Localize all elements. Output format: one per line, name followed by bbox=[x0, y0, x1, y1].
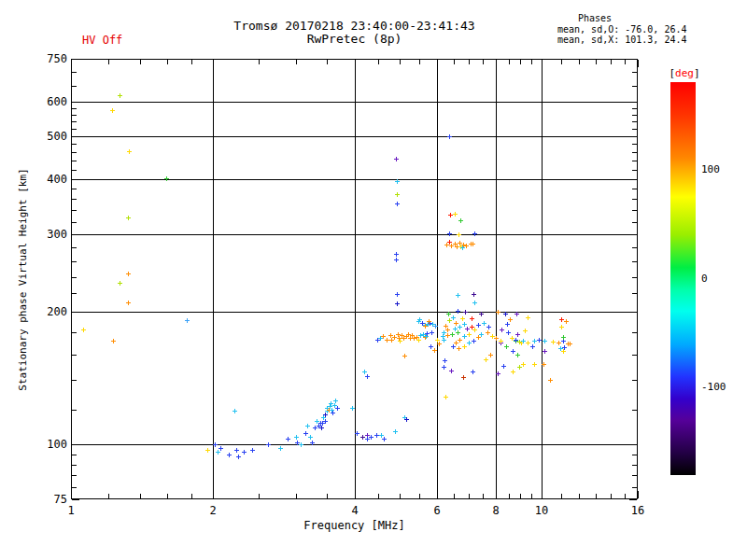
data-point bbox=[488, 353, 493, 357]
y-tick-label: 200 bbox=[34, 305, 67, 318]
data-point bbox=[532, 362, 537, 367]
x-tick-label: 8 bbox=[482, 504, 510, 517]
x-tick bbox=[167, 60, 168, 64]
gridline-x bbox=[437, 60, 438, 498]
data-point bbox=[395, 179, 400, 184]
y-tick bbox=[72, 355, 77, 356]
x-tick bbox=[378, 60, 379, 64]
x-tick bbox=[213, 60, 214, 67]
data-point bbox=[451, 315, 456, 320]
x-tick bbox=[71, 60, 72, 67]
data-point bbox=[294, 435, 299, 440]
x-tick bbox=[296, 60, 297, 64]
data-point bbox=[470, 316, 474, 321]
x-tick bbox=[611, 60, 612, 64]
y-tick bbox=[632, 72, 637, 73]
y-tick bbox=[632, 121, 637, 122]
x-tick bbox=[140, 494, 141, 498]
data-point bbox=[236, 455, 241, 459]
data-point bbox=[484, 357, 488, 362]
data-point bbox=[333, 399, 338, 403]
data-point bbox=[395, 292, 400, 297]
x-tick bbox=[542, 491, 543, 498]
data-point bbox=[118, 93, 122, 98]
x-tick bbox=[483, 494, 484, 498]
data-point bbox=[503, 312, 508, 316]
x-tick bbox=[296, 494, 297, 498]
data-point bbox=[514, 338, 518, 343]
data-point bbox=[471, 370, 475, 374]
y-tick bbox=[632, 108, 637, 109]
y-tick bbox=[72, 487, 77, 488]
y-tick bbox=[632, 247, 637, 248]
x-tick bbox=[469, 60, 470, 64]
data-point bbox=[508, 317, 513, 322]
x-tick bbox=[419, 60, 420, 64]
data-point bbox=[234, 448, 239, 453]
data-point bbox=[118, 281, 122, 286]
y-tick bbox=[632, 161, 637, 161]
x-tick bbox=[327, 60, 328, 64]
data-point bbox=[564, 319, 569, 324]
x-tick bbox=[625, 494, 626, 498]
x-tick bbox=[561, 60, 562, 64]
data-point bbox=[551, 340, 556, 344]
gridline-y bbox=[72, 234, 637, 235]
data-point bbox=[462, 334, 467, 339]
data-point bbox=[308, 435, 313, 440]
gridline-y bbox=[72, 136, 637, 137]
data-point bbox=[472, 231, 477, 236]
y-tick bbox=[72, 144, 77, 145]
colorbar-tick-label: 0 bbox=[701, 273, 708, 285]
data-point bbox=[242, 450, 247, 455]
data-point bbox=[472, 301, 477, 305]
data-point bbox=[479, 312, 484, 316]
data-point bbox=[81, 328, 86, 332]
gridline-y bbox=[72, 179, 637, 180]
y-tick-label: 400 bbox=[34, 173, 67, 186]
data-point bbox=[451, 344, 456, 349]
y-tick bbox=[72, 72, 77, 73]
x-tick bbox=[561, 494, 562, 498]
y-tick bbox=[632, 144, 637, 145]
x-tick bbox=[531, 494, 532, 498]
data-point bbox=[382, 437, 387, 441]
x-tick bbox=[509, 494, 510, 498]
y-tick bbox=[632, 199, 637, 200]
x-tick bbox=[496, 491, 497, 498]
data-point bbox=[561, 335, 566, 340]
y-tick bbox=[629, 179, 637, 180]
y-axis-title: Stationary phase Virtual Height [km] bbox=[15, 59, 30, 499]
y-tick bbox=[632, 170, 637, 171]
x-tick bbox=[454, 494, 455, 498]
y-tick bbox=[632, 261, 637, 262]
data-point bbox=[526, 341, 530, 345]
x-tick bbox=[437, 60, 438, 67]
data-point bbox=[472, 292, 476, 297]
y-tick bbox=[72, 332, 77, 333]
data-point bbox=[432, 348, 437, 353]
data-point bbox=[471, 242, 475, 246]
x-tick bbox=[611, 494, 612, 498]
y-tick bbox=[72, 199, 77, 200]
y-tick bbox=[72, 261, 77, 262]
page-title: Tromsø 20170218 23:40:00-23:41:43 bbox=[71, 19, 638, 33]
y-tick bbox=[72, 410, 77, 411]
y-tick bbox=[72, 380, 77, 381]
data-point bbox=[453, 212, 458, 217]
data-point bbox=[299, 442, 303, 447]
data-point bbox=[449, 369, 454, 373]
y-tick-label: 300 bbox=[34, 228, 67, 241]
data-point bbox=[365, 374, 370, 379]
x-tick bbox=[355, 60, 356, 67]
data-point bbox=[446, 312, 451, 316]
colorbar-unit-label: [deg] bbox=[666, 67, 703, 79]
data-point bbox=[461, 375, 466, 380]
x-tick bbox=[520, 60, 521, 64]
x-tick bbox=[400, 494, 401, 498]
y-tick-label: 600 bbox=[34, 95, 67, 108]
y-tick bbox=[632, 115, 637, 116]
y-tick bbox=[72, 152, 77, 153]
data-point bbox=[395, 301, 400, 306]
data-point bbox=[460, 316, 465, 321]
